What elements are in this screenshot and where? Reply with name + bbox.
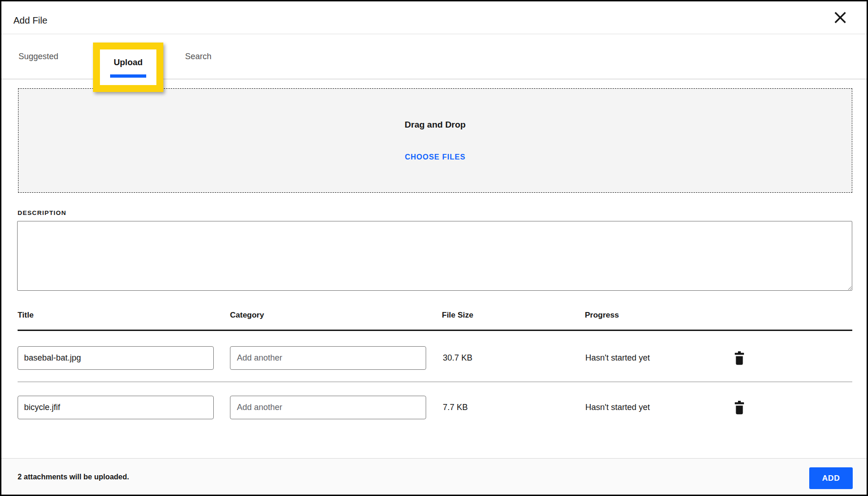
category-select[interactable]: Add another — [230, 396, 426, 419]
modal-title: Add File — [13, 15, 47, 26]
close-button[interactable] — [832, 10, 848, 25]
column-header-category: Category — [230, 311, 264, 320]
progress-status: Hasn't started yet — [585, 396, 650, 419]
table-header-rule — [18, 330, 852, 331]
description-textarea[interactable] — [17, 221, 852, 291]
tab-upload[interactable]: Upload — [110, 49, 146, 78]
modal-footer: 2 attachments will be uploaded. ADD — [0, 458, 868, 496]
description-label: DESCRIPTION — [18, 209, 66, 216]
title-input[interactable] — [18, 396, 214, 419]
file-size-value: 30.7 KB — [443, 346, 472, 370]
drag-and-drop-zone[interactable]: Drag and Drop CHOOSE FILES — [18, 88, 852, 193]
drop-zone-title: Drag and Drop — [405, 120, 466, 130]
tab-search-label: Search — [185, 52, 211, 61]
add-button[interactable]: ADD — [809, 467, 853, 489]
tab-suggested-label: Suggested — [19, 52, 58, 61]
progress-status: Hasn't started yet — [585, 346, 650, 370]
tab-upload-label: Upload — [114, 57, 143, 67]
category-select-value: Add another — [237, 353, 282, 363]
delete-attachment-button[interactable] — [733, 346, 746, 370]
column-header-title: Title — [18, 311, 34, 320]
choose-files-button[interactable]: CHOOSE FILES — [405, 153, 465, 161]
title-input[interactable] — [18, 346, 214, 370]
close-icon — [833, 11, 847, 24]
trash-icon — [734, 401, 745, 415]
tab-suggested[interactable]: Suggested — [19, 34, 58, 79]
active-tab-indicator — [110, 74, 146, 78]
trash-icon — [734, 351, 745, 365]
category-select-value: Add another — [237, 403, 282, 412]
row-divider — [18, 381, 852, 382]
modal-header: Add File — [0, 0, 868, 34]
column-header-file-size: File Size — [442, 311, 473, 320]
attachment-count-note: 2 attachments will be uploaded. — [18, 459, 129, 496]
column-header-progress: Progress — [585, 311, 619, 320]
tab-search[interactable]: Search — [185, 34, 211, 79]
delete-attachment-button[interactable] — [733, 396, 746, 419]
add-file-modal: Add File Suggested Search Upload Drag an… — [0, 0, 868, 496]
file-size-value: 7.7 KB — [443, 396, 468, 419]
category-select[interactable]: Add another — [230, 346, 426, 370]
highlight-box: Upload — [93, 43, 163, 92]
